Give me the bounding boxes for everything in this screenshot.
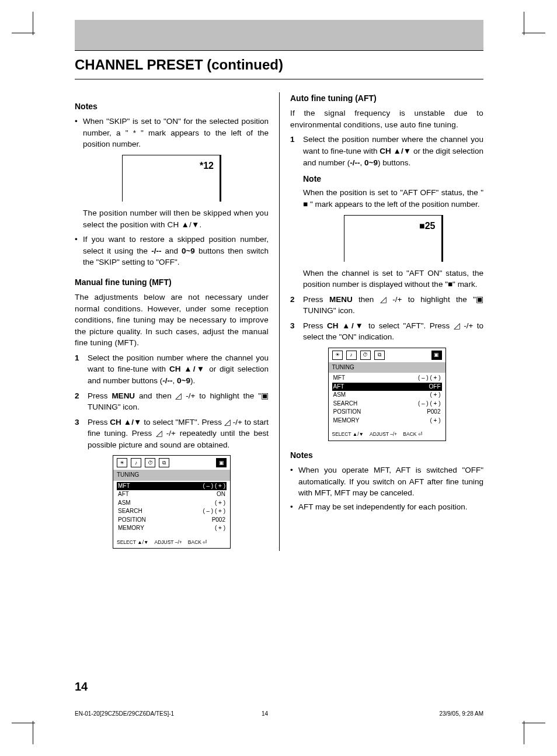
sound-icon: ♪ [346,351,357,360]
note-text: When the position is set to "AFT OFF" st… [303,187,483,210]
note-text: The position number will then be skipped… [75,207,269,230]
content-columns: Notes • When "SKIP" is set to "ON" for t… [75,92,483,551]
page-number: 14 [75,680,88,693]
step-text: Select the position number where the cha… [88,352,269,387]
step-number: 3 [290,320,303,343]
osd-label: POSITION [118,516,146,525]
osd-value: ( – ) ( + ) [418,400,441,408]
osd-row: SEARCH( – ) ( + ) [332,400,442,408]
footer-file: EN-01-20[29CZ5DE/29CZ6DA/TES]-1 [75,710,262,717]
tv-screen-skip: *12 [122,155,221,202]
osd-label: AFT [333,383,344,391]
step-number: 2 [290,294,303,317]
crop-mark [522,12,545,35]
right-column: Auto fine tuning (AFT) If the signal fre… [279,92,483,551]
tuning-icon: ▣ [216,458,227,467]
osd-foot-adjust: ADJUST –/+ [154,539,182,546]
osd-foot-select: SELECT ▲/▼ [332,431,364,438]
page-title: CHANNEL PRESET (continued) [75,57,283,72]
osd-foot-adjust: ADJUST –/+ [370,431,397,438]
header-banner [75,20,483,50]
osd-row: AFTOFF [332,383,442,391]
bullet-mark: • [75,234,83,268]
osd-value: ( + ) [215,499,225,508]
osd-value: ( + ) [430,417,440,425]
osd-label: MEMORY [118,524,144,533]
osd-row: SEARCH( – ) ( + ) [117,507,227,516]
pip-icon: ⧉ [159,458,169,467]
step-number: 1 [75,352,88,387]
step-text: Press MENU and then ◿ -/+ to highlight t… [88,390,269,413]
osd-label: MFT [118,482,130,491]
osd-menu-mft: ☀ ♪ ⏱ ⧉ ▣ TUNING MFT( – ) ( + ) AFTON AS… [113,455,231,549]
bullet-mark: • [75,116,83,150]
osd-label: ASM [118,499,131,508]
crop-mark [12,12,35,35]
note-text: When you operate MFT, AFT is switched "O… [298,464,483,499]
step-text: Press CH ▲/▼ to select "AFT". Press ◿ -/… [303,320,483,343]
osd-footer: SELECT ▲/▼ ADJUST –/+ BACK ⏎ [113,536,230,548]
osd-title: TUNING [329,362,445,373]
sound-icon: ♪ [131,458,141,467]
note-bullet: • AFT may be set independently for each … [290,501,483,513]
step-3: 3 Press CH ▲/▼ to select "MFT". Press ◿ … [75,417,269,451]
osd-row: MFT( – ) ( + ) [117,482,227,491]
osd-row: MFT( – ) ( + ) [332,374,442,383]
osd-value: P002 [212,516,225,525]
osd-iconrow: ☀ ♪ ⏱ ⧉ ▣ [113,456,230,470]
osd-body: MFT( – ) ( + ) AFTOFF ASM( + ) SEARCH( –… [329,373,445,428]
pip-icon: ⧉ [374,351,385,360]
aft-heading: Auto fine tuning (AFT) [290,92,483,104]
bullet-mark: • [290,501,298,513]
osd-row: MEMORY( + ) [332,417,442,425]
osd-label: POSITION [333,408,361,417]
crop-mark [522,721,545,744]
note-text: AFT may be set independently for each po… [298,501,483,513]
step-number: 3 [75,417,88,451]
osd-row: ASM( + ) [332,391,442,400]
osd-row: AFTON [117,490,227,499]
note-bullet: • If you want to restore a skipped posit… [75,234,269,268]
brightness-icon: ☀ [117,458,127,467]
osd-row: POSITIONP002 [117,516,227,525]
bullet-mark: • [290,464,298,499]
screen-text: ■25 [419,221,435,231]
osd-value: OFF [429,383,441,391]
brightness-icon: ☀ [332,351,343,360]
osd-menu-aft: ☀ ♪ ⏱ ⧉ ▣ TUNING MFT( – ) ( + ) AFTOFF A… [328,348,446,441]
mft-heading: Manual fine tuning (MFT) [75,276,269,288]
step-2: 2 Press MENU and then ◿ -/+ to highlight… [75,390,269,413]
osd-label: SEARCH [333,400,358,408]
clock-icon: ⏱ [360,351,371,360]
step-3: 3 Press CH ▲/▼ to select "AFT". Press ◿ … [290,320,483,343]
crop-mark [12,721,35,744]
note-bullet: • When you operate MFT, AFT is switched … [290,464,483,499]
osd-row: POSITIONP002 [332,408,442,417]
note-text: If you want to restore a skipped positio… [83,234,269,268]
step-text: Press CH ▲/▼ to select "MFT". Press ◿ -/… [88,417,269,451]
notes-heading: Notes [75,100,269,112]
tuning-icon: ▣ [431,351,442,360]
osd-title: TUNING [113,470,230,481]
osd-label: MEMORY [333,417,360,425]
osd-value: ( – ) ( + ) [418,374,441,383]
title-section: CHANNEL PRESET (continued) [75,50,483,79]
step-text: Press MENU then ◿ -/+ to highlight the "… [303,294,483,317]
osd-row: MEMORY( + ) [117,524,227,533]
osd-value: ( – ) ( + ) [203,507,225,516]
note-heading: Note [303,173,483,185]
osd-label: ASM [333,391,346,400]
footer-date: 23/9/05, 9:28 AM [297,710,483,717]
notes-heading: Notes [290,449,483,461]
footer-page: 14 [262,710,297,717]
osd-label: SEARCH [118,507,142,516]
step-1: 1 Select the position number where the c… [290,134,483,290]
osd-value: P002 [427,408,440,417]
tv-screen-aft: ■25 [344,215,443,262]
left-column: Notes • When "SKIP" is set to "ON" for t… [75,92,279,551]
osd-value: ( + ) [430,391,440,400]
osd-foot-back: BACK ⏎ [403,431,423,438]
step-1: 1 Select the position number where the c… [75,352,269,387]
osd-row: ASM( + ) [117,499,227,508]
osd-iconrow: ☀ ♪ ⏱ ⧉ ▣ [329,348,445,362]
